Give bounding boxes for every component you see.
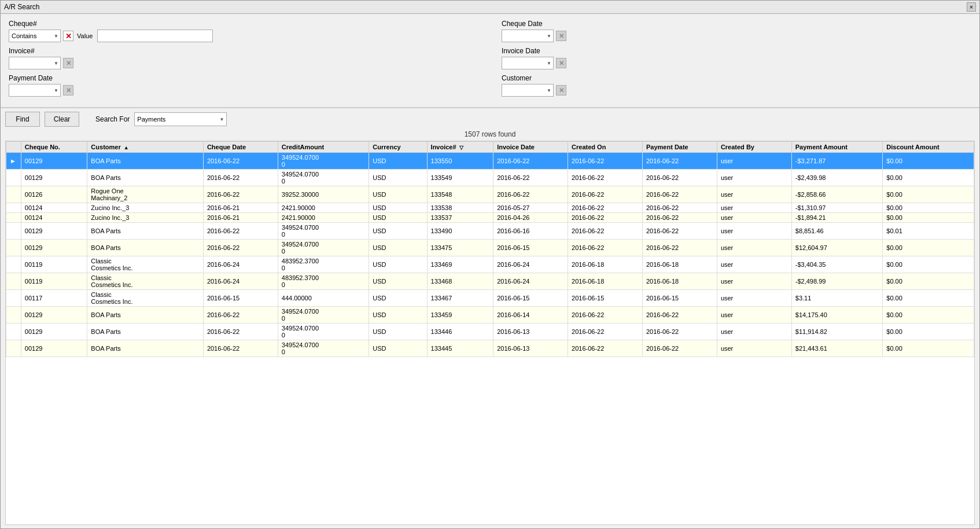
cell-credit-amount: 483952.3700 0 xyxy=(278,273,369,290)
row-indicator xyxy=(6,307,21,324)
invoice-condition-select[interactable] xyxy=(9,57,61,69)
cell-credit-amount: 2421.90000 xyxy=(278,203,369,213)
col-header-customer[interactable]: Customer ▲ xyxy=(87,142,204,153)
col-header-indicator[interactable] xyxy=(6,142,21,153)
table-row[interactable]: ►00129BOA Parts2016-06-22349524.0700 0US… xyxy=(6,153,974,170)
cell-credit-amount: 349524.0700 0 xyxy=(278,324,369,340)
cell-currency: USD xyxy=(369,273,427,290)
customer-condition-select[interactable] xyxy=(502,84,554,97)
clear-button[interactable]: Clear xyxy=(45,112,79,127)
invoice-date-clear-button[interactable]: ✕ xyxy=(556,58,566,68)
cell-invoice-date: 2016-06-15 xyxy=(493,290,568,307)
cell-payment-amount: -$3,404.35 xyxy=(791,256,883,273)
invoice-date-condition-select[interactable] xyxy=(502,57,554,69)
cell-created-on: 2016-06-18 xyxy=(568,256,643,273)
cell-created-by: user xyxy=(717,223,791,240)
close-button[interactable]: × xyxy=(967,2,976,12)
bottom-panel: Find Clear Search For Payments Invoices … xyxy=(1,108,979,528)
col-header-discount-amount[interactable]: Discount Amount xyxy=(883,142,974,153)
cell-cheque-no: 00129 xyxy=(21,153,87,170)
cell-invoice-num: 133467 xyxy=(427,290,493,307)
invoice-clear-button[interactable]: ✕ xyxy=(63,58,73,68)
cell-created-by: user xyxy=(717,170,791,186)
row-indicator xyxy=(6,324,21,340)
table-row[interactable]: 00124Zucino Inc._32016-06-212421.90000US… xyxy=(6,213,974,223)
cell-credit-amount: 349524.0700 0 xyxy=(278,340,369,357)
table-row[interactable]: 00119Classic Cosmetics Inc.2016-06-24483… xyxy=(6,273,974,290)
col-header-created-on[interactable]: Created On xyxy=(568,142,643,153)
cell-customer: BOA Parts xyxy=(87,240,204,256)
col-header-payment-date[interactable]: Payment Date xyxy=(642,142,717,153)
customer-field-row: ✕ xyxy=(502,84,971,97)
cheque-date-condition-select[interactable] xyxy=(502,30,554,42)
payment-date-condition-wrapper xyxy=(9,84,61,97)
row-indicator xyxy=(6,213,21,223)
table-row[interactable]: 00129BOA Parts2016-06-22349524.0700 0USD… xyxy=(6,170,974,186)
cell-currency: USD xyxy=(369,170,427,186)
table-row[interactable]: 00124Zucino Inc._32016-06-212421.90000US… xyxy=(6,203,974,213)
cell-payment-date: 2016-06-15 xyxy=(642,290,717,307)
row-indicator: ► xyxy=(6,153,21,170)
cell-customer: BOA Parts xyxy=(87,170,204,186)
col-header-cheque-no[interactable]: Cheque No. xyxy=(21,142,87,153)
col-header-created-by[interactable]: Created By xyxy=(717,142,791,153)
table-row[interactable]: 00129BOA Parts2016-06-22349524.0700 0USD… xyxy=(6,324,974,340)
customer-clear-button[interactable]: ✕ xyxy=(556,85,566,95)
cheque-field-group: Cheque# Contains Equals Starts With ✕ xyxy=(9,20,478,42)
search-grid: Cheque# Contains Equals Starts With ✕ xyxy=(9,20,971,101)
payment-date-condition-select[interactable] xyxy=(9,84,61,97)
row-indicator xyxy=(6,203,21,213)
row-indicator xyxy=(6,170,21,186)
cheque-value-input[interactable] xyxy=(97,30,213,42)
table-row[interactable]: 00129BOA Parts2016-06-22349524.0700 0USD… xyxy=(6,240,974,256)
cell-invoice-date: 2016-06-15 xyxy=(493,240,568,256)
cheque-field-row: Contains Equals Starts With ✕ Value xyxy=(9,30,478,42)
cheque-condition-select[interactable]: Contains Equals Starts With xyxy=(9,30,61,42)
cell-payment-amount: $11,914.82 xyxy=(791,324,883,340)
cell-invoice-date: 2016-05-27 xyxy=(493,203,568,213)
col-header-payment-amount[interactable]: Payment Amount xyxy=(791,142,883,153)
cell-created-by: user xyxy=(717,186,791,203)
col-header-currency[interactable]: Currency xyxy=(369,142,427,153)
find-button[interactable]: Find xyxy=(5,112,40,127)
col-header-invoice-num[interactable]: Invoice# ▽ xyxy=(427,142,493,153)
cheque-date-clear-button[interactable]: ✕ xyxy=(556,31,566,41)
title-bar: A/R Search × xyxy=(1,1,979,14)
results-table-container[interactable]: Cheque No. Customer ▲ Cheque Date Credit… xyxy=(5,141,975,525)
search-panel: Cheque# Contains Equals Starts With ✕ xyxy=(1,14,979,108)
cheque-date-field-group: Cheque Date ✕ xyxy=(502,20,971,42)
cell-created-by: user xyxy=(717,273,791,290)
cell-created-by: user xyxy=(717,290,791,307)
cell-created-by: user xyxy=(717,203,791,213)
cheque-clear-button[interactable]: ✕ xyxy=(63,31,73,41)
col-header-invoice-date[interactable]: Invoice Date xyxy=(493,142,568,153)
cell-credit-amount: 349524.0700 0 xyxy=(278,170,369,186)
search-for-select[interactable]: Payments Invoices Credits xyxy=(134,112,227,126)
customer-field-group: Customer ✕ xyxy=(502,74,971,97)
table-row[interactable]: 00117Classic Cosmetics Inc.2016-06-15444… xyxy=(6,290,974,307)
col-header-cheque-date[interactable]: Cheque Date xyxy=(203,142,278,153)
cell-currency: USD xyxy=(369,307,427,324)
invoice-clear-icon: ✕ xyxy=(66,60,71,67)
cell-created-on: 2016-06-22 xyxy=(568,153,643,170)
cell-invoice-num: 133490 xyxy=(427,223,493,240)
cell-currency: USD xyxy=(369,256,427,273)
cell-created-by: user xyxy=(717,213,791,223)
table-row[interactable]: 00119Classic Cosmetics Inc.2016-06-24483… xyxy=(6,256,974,273)
cell-created-on: 2016-06-22 xyxy=(568,170,643,186)
search-for-wrapper: Payments Invoices Credits xyxy=(134,112,227,126)
table-row[interactable]: 00126Rogue One Machinary_22016-06-223925… xyxy=(6,186,974,203)
cell-customer: BOA Parts xyxy=(87,153,204,170)
table-row[interactable]: 00129BOA Parts2016-06-22349524.0700 0USD… xyxy=(6,340,974,357)
cheque-condition-wrapper: Contains Equals Starts With xyxy=(9,30,61,42)
payment-date-clear-button[interactable]: ✕ xyxy=(63,85,73,95)
table-row[interactable]: 00129BOA Parts2016-06-22349524.0700 0USD… xyxy=(6,223,974,240)
cell-currency: USD xyxy=(369,340,427,357)
cell-invoice-num: 133445 xyxy=(427,340,493,357)
table-row[interactable]: 00129BOA Parts2016-06-22349524.0700 0USD… xyxy=(6,307,974,324)
cell-currency: USD xyxy=(369,213,427,223)
cell-customer: Zucino Inc._3 xyxy=(87,213,204,223)
cell-currency: USD xyxy=(369,240,427,256)
col-header-credit-amount[interactable]: CreditAmount xyxy=(278,142,369,153)
payment-date-label: Payment Date xyxy=(9,74,478,82)
